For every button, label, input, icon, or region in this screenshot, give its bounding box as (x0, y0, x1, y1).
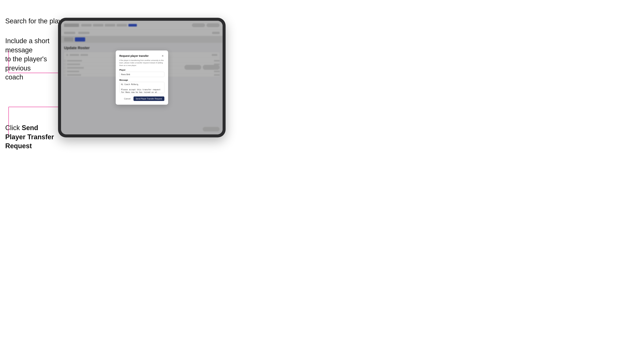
cancel-button[interactable]: Cancel (122, 97, 132, 101)
message-field-label: Message (120, 79, 164, 81)
modal-header: Request player transfer ✕ (120, 54, 164, 58)
modal-title: Request player transfer (120, 54, 149, 57)
message-textarea[interactable]: Hi Coach McHarg, Please accept this tran… (120, 82, 164, 93)
player-field-label: Player (120, 69, 164, 71)
annotation-click: Click Send Player Transfer Request (5, 123, 58, 151)
request-transfer-modal: Request player transfer ✕ If the player … (116, 50, 168, 105)
annotation-message: Include a short message to the player's … (5, 36, 58, 82)
player-search-input[interactable] (120, 72, 164, 77)
tablet-screen: Update Roster (61, 21, 222, 134)
modal-description: If the player is transferring from anoth… (120, 59, 164, 67)
modal-close-button[interactable]: ✕ (161, 54, 164, 58)
modal-overlay: Request player transfer ✕ If the player … (61, 21, 222, 134)
send-transfer-request-button[interactable]: Send Player Transfer Request (134, 96, 164, 101)
tablet-device: Update Roster (58, 18, 226, 137)
modal-footer: Cancel Send Player Transfer Request (120, 96, 164, 101)
